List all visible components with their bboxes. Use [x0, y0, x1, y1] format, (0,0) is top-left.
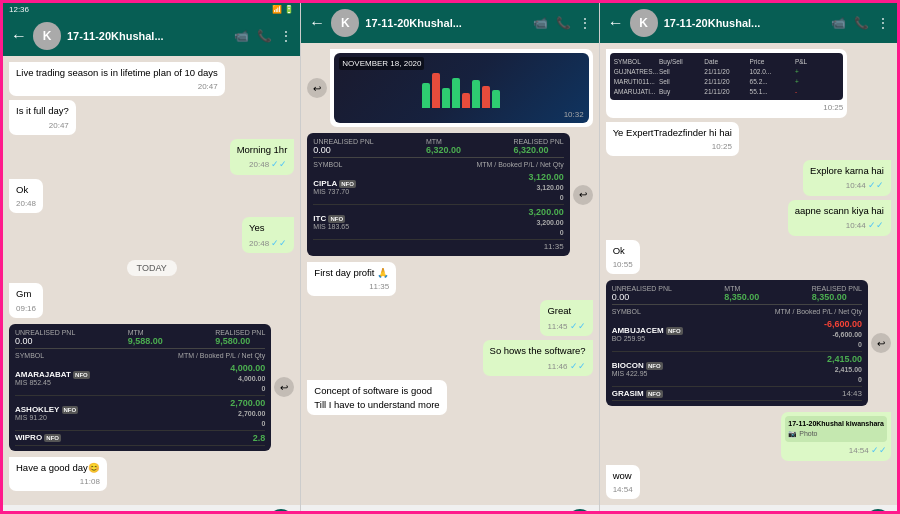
chat-header-2: ← K 17-11-20Khushal... 📹 📞 ⋮ — [301, 3, 598, 43]
header-icons-1: 📹 📞 ⋮ — [234, 29, 292, 43]
stock-row-amarajabat: AMARAJABAT NFO MIS 852.45 4,000.004,000.… — [15, 361, 265, 396]
chats-row: 12:36 📶 🔋 ← K 17-11-20Khushal... 📹 📞 ⋮ L… — [3, 3, 897, 514]
chat-body-3: SYMBOL Buy/Sell Date Price P&L GUJNATRES… — [600, 43, 897, 505]
msg-1-3: Morning 1hr 20:48 ✓✓ — [230, 139, 295, 175]
msg-3-scann: aapne scann kiya hai 10:44 ✓✓ — [788, 200, 891, 236]
stock-row-ambujacem: AMBUJACEM NFO BO 259.95 -6,600.00-6,600.… — [612, 317, 862, 352]
chat-panel-1: 12:36 📶 🔋 ← K 17-11-20Khushal... 📹 📞 ⋮ L… — [3, 3, 301, 514]
menu-icon-3[interactable]: ⋮ — [877, 16, 889, 30]
status-bar-1: 12:36 📶 🔋 — [3, 3, 300, 16]
msg-2-concept: Concept of software is goodTill I have t… — [307, 380, 446, 415]
chat-input-area-3: ☺ 📎 📷 🎤 — [600, 505, 897, 514]
chat-header-1: ← K 17-11-20Khushal... 📹 📞 ⋮ — [3, 16, 300, 56]
header-icons-2: 📹 📞 ⋮ — [533, 16, 591, 30]
screenshot-wrapper: ↩ NOVEMBER 18, 2020 — [307, 49, 592, 127]
msg-3-ok: Ok 10:55 — [606, 240, 640, 274]
first-day-profit-text: First day profit 🙏 — [314, 267, 389, 278]
forward-icon-3[interactable]: ↩ — [871, 333, 891, 353]
msg-2-great: Great 11:45 ✓✓ — [540, 300, 592, 336]
msg-3-wow: wow 14:54 — [606, 465, 640, 499]
msg-3-explore: Explore karna hai 10:44 ✓✓ — [803, 160, 891, 196]
video-icon-1[interactable]: 📹 — [234, 29, 249, 43]
main-container: 12:36 📶 🔋 ← K 17-11-20Khushal... 📹 📞 ⋮ L… — [3, 3, 897, 511]
avatar-2: K — [331, 9, 359, 37]
mic-button-2[interactable]: 🎤 — [567, 509, 593, 514]
menu-icon-1[interactable]: ⋮ — [280, 29, 292, 43]
header-icons-3: 📹 📞 ⋮ — [831, 16, 889, 30]
pnl-card-3: UNREALISED PNL 0.00 MTM 8,350.00 REALISE… — [606, 280, 868, 406]
video-icon-3[interactable]: 📹 — [831, 16, 846, 30]
msg-1-2: Is it full day? 20:47 — [9, 100, 76, 134]
msg-2-software: So hows the software? 11:46 ✓✓ — [483, 340, 593, 376]
back-button-1[interactable]: ← — [11, 27, 27, 45]
msg-1-1: Live trading season is in lifetime plan … — [9, 62, 225, 96]
morning-text: Morning 1hr — [237, 144, 288, 155]
forward-icon-1[interactable]: ↩ — [274, 377, 294, 397]
screenshot-msg: NOVEMBER 18, 2020 — [330, 49, 592, 127]
today-badge: TODAY — [127, 260, 177, 276]
call-icon-1[interactable]: 📞 — [257, 29, 272, 43]
stock-row-biocon: BIOCON NFO MIS 422.95 2,415.002,415.000 — [612, 352, 862, 387]
forward-icon-2[interactable]: ↩ — [573, 185, 593, 205]
pnl-header-1: UNREALISED PNL 0.00 MTM 9,588.00 REALISE… — [15, 329, 265, 349]
msg-2-profit: First day profit 🙏 11:35 — [307, 262, 396, 296]
chat-input-area-1: ☺ 📎 📷 🎤 — [3, 505, 300, 514]
msg-3-table: SYMBOL Buy/Sell Date Price P&L GUJNATRES… — [606, 49, 848, 118]
pnl-wrapper-1: UNREALISED PNL 0.00 MTM 9,588.00 REALISE… — [9, 322, 294, 453]
msg-1-5: Yes 20:48 ✓✓ — [242, 217, 294, 253]
pnl-card-2: UNREALISED PNL 0.00 MTM 6,320.00 REALISE… — [307, 133, 569, 256]
pnl-header-2: UNREALISED PNL 0.00 MTM 6,320.00 REALISE… — [313, 138, 563, 158]
call-icon-2[interactable]: 📞 — [556, 16, 571, 30]
avatar-3: K — [630, 9, 658, 37]
status-time: 12:36 — [9, 5, 29, 14]
stock-row-ashokley: ASHOKLEY NFO MIS 91.20 2,700.002,700.000 — [15, 396, 265, 431]
screenshot-thumb: NOVEMBER 18, 2020 — [334, 53, 588, 123]
mic-button-1[interactable]: 🎤 — [268, 509, 294, 514]
status-icons: 📶 🔋 — [272, 5, 294, 14]
pnl-wrapper-2: UNREALISED PNL 0.00 MTM 6,320.00 REALISE… — [307, 131, 592, 258]
stock-row-cipla: CIPLA NFO MIS 737.70 3,120.003,120.000 — [313, 170, 563, 205]
chat-panel-3: ← K 17-11-20Khushal... 📹 📞 ⋮ SYMBOL Buy/… — [600, 3, 897, 514]
stock-row-wipro: WIPRO NFO 2.8 — [15, 431, 265, 446]
chat-input-area-2: ☺ 📎 📷 🎤 — [301, 505, 598, 514]
contact-name-1: 17-11-20Khushal... — [67, 30, 228, 42]
chat-panel-2: ← K 17-11-20Khushal... 📹 📞 ⋮ ↩ — [301, 3, 599, 514]
avatar-1: K — [33, 22, 61, 50]
contact-name-2: 17-11-20Khushal... — [365, 17, 526, 29]
msg-3-photo: 17-11-20Khushal kiwanshara 📷 Photo 14:54… — [781, 412, 891, 460]
chat-body-1: Live trading season is in lifetime plan … — [3, 56, 300, 505]
pnl-wrapper-3: UNREALISED PNL 0.00 MTM 8,350.00 REALISE… — [606, 278, 891, 408]
msg-1-4: Ok 20:48 — [9, 179, 43, 213]
contact-name-3: 17-11-20Khushal... — [664, 17, 825, 29]
msg-1-goodday: Have a good day😊 11:08 — [9, 457, 107, 491]
pnl-header-3: UNREALISED PNL 0.00 MTM 8,350.00 REALISE… — [612, 285, 862, 305]
stock-row-itc: ITC NFO MIS 183.65 3,200.003,200.000 — [313, 205, 563, 240]
chat-header-3: ← K 17-11-20Khushal... 📹 📞 ⋮ — [600, 3, 897, 43]
pnl-card-1: UNREALISED PNL 0.00 MTM 9,588.00 REALISE… — [9, 324, 271, 451]
msg-1-gm: Gm 09:16 — [9, 283, 43, 317]
back-button-2[interactable]: ← — [309, 14, 325, 32]
msg-3-expert: Ye ExpertTradezfinder hi hai 10:25 — [606, 122, 739, 156]
forward-icon-left-2[interactable]: ↩ — [307, 78, 327, 98]
chat-body-2: ↩ NOVEMBER 18, 2020 — [301, 43, 598, 505]
video-icon-2[interactable]: 📹 — [533, 16, 548, 30]
call-icon-3[interactable]: 📞 — [854, 16, 869, 30]
back-button-3[interactable]: ← — [608, 14, 624, 32]
stock-row-grasim: GRASIM NFO 14:43 — [612, 387, 862, 401]
mic-button-3[interactable]: 🎤 — [865, 509, 891, 514]
menu-icon-2[interactable]: ⋮ — [579, 16, 591, 30]
